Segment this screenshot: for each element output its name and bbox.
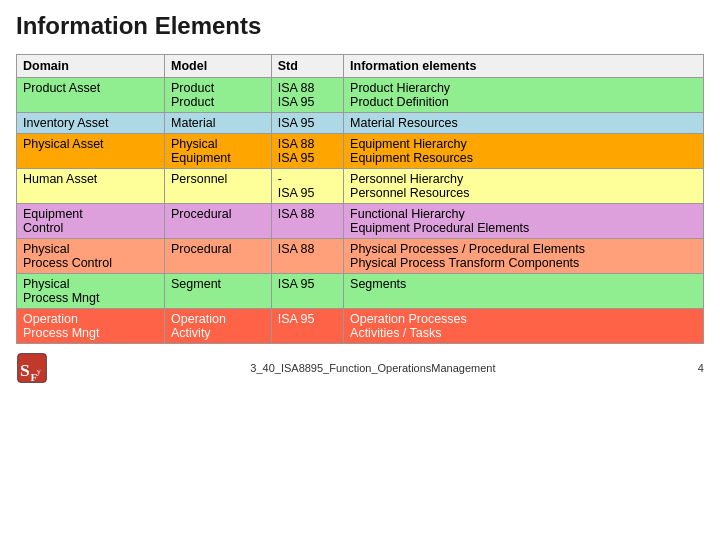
logo: S F y xyxy=(16,352,48,384)
cell-std: ISA 88ISA 95 xyxy=(271,78,343,113)
cell-domain: Operation Process Mngt xyxy=(17,309,165,344)
cell-std: ISA 95 xyxy=(271,309,343,344)
cell-model: OperationActivity xyxy=(165,309,272,344)
cell-domain: Physical Process Mngt xyxy=(17,274,165,309)
svg-text:S: S xyxy=(20,360,30,380)
cell-domain: Equipment Control xyxy=(17,204,165,239)
table-row: Equipment ControlProceduralISA 88Functio… xyxy=(17,204,704,239)
svg-text:y: y xyxy=(37,367,41,376)
information-elements-table: DomainModelStdInformation elements Produ… xyxy=(16,54,704,344)
cell-std: ISA 88 xyxy=(271,204,343,239)
cell-model: ProductProduct xyxy=(165,78,272,113)
cell-model: Procedural xyxy=(165,204,272,239)
cell-std: ISA 88ISA 95 xyxy=(271,134,343,169)
cell-info: Personnel HierarchyPersonnel Resources xyxy=(344,169,704,204)
table-header: Information elements xyxy=(344,55,704,78)
cell-std: -ISA 95 xyxy=(271,169,343,204)
table-header: Domain xyxy=(17,55,165,78)
cell-std: ISA 95 xyxy=(271,113,343,134)
cell-info: Product HierarchyProduct Definition xyxy=(344,78,704,113)
cell-info: Functional HierarchyEquipment Procedural… xyxy=(344,204,704,239)
cell-domain: Inventory Asset xyxy=(17,113,165,134)
table-row: Inventory AssetMaterialISA 95Material Re… xyxy=(17,113,704,134)
cell-domain: Product Asset xyxy=(17,78,165,113)
cell-info: Physical Processes / Procedural Elements… xyxy=(344,239,704,274)
cell-info: Operation ProcessesActivities / Tasks xyxy=(344,309,704,344)
table-header: Model xyxy=(165,55,272,78)
cell-model: Segment xyxy=(165,274,272,309)
table-row: Product AssetProductProductISA 88ISA 95P… xyxy=(17,78,704,113)
cell-model: Personnel xyxy=(165,169,272,204)
cell-std: ISA 95 xyxy=(271,274,343,309)
cell-info: Segments xyxy=(344,274,704,309)
table-row: Human AssetPersonnel-ISA 95Personnel Hie… xyxy=(17,169,704,204)
table-row: Operation Process MngtOperationActivityI… xyxy=(17,309,704,344)
cell-model: Procedural xyxy=(165,239,272,274)
footer-filename: 3_40_ISA8895_Function_OperationsManageme… xyxy=(250,362,495,374)
table-row: Physical Process MngtSegmentISA 95Segmen… xyxy=(17,274,704,309)
cell-std: ISA 88 xyxy=(271,239,343,274)
cell-domain: Physical Asset xyxy=(17,134,165,169)
table-row: Physical AssetPhysicalEquipmentISA 88ISA… xyxy=(17,134,704,169)
cell-model: PhysicalEquipment xyxy=(165,134,272,169)
cell-info: Equipment HierarchyEquipment Resources xyxy=(344,134,704,169)
cell-domain: Human Asset xyxy=(17,169,165,204)
table-row: Physical Process ControlProceduralISA 88… xyxy=(17,239,704,274)
page-title: Information Elements xyxy=(16,12,704,40)
footer-page: 4 xyxy=(698,362,704,374)
table-header: Std xyxy=(271,55,343,78)
cell-domain: Physical Process Control xyxy=(17,239,165,274)
cell-info: Material Resources xyxy=(344,113,704,134)
cell-model: Material xyxy=(165,113,272,134)
